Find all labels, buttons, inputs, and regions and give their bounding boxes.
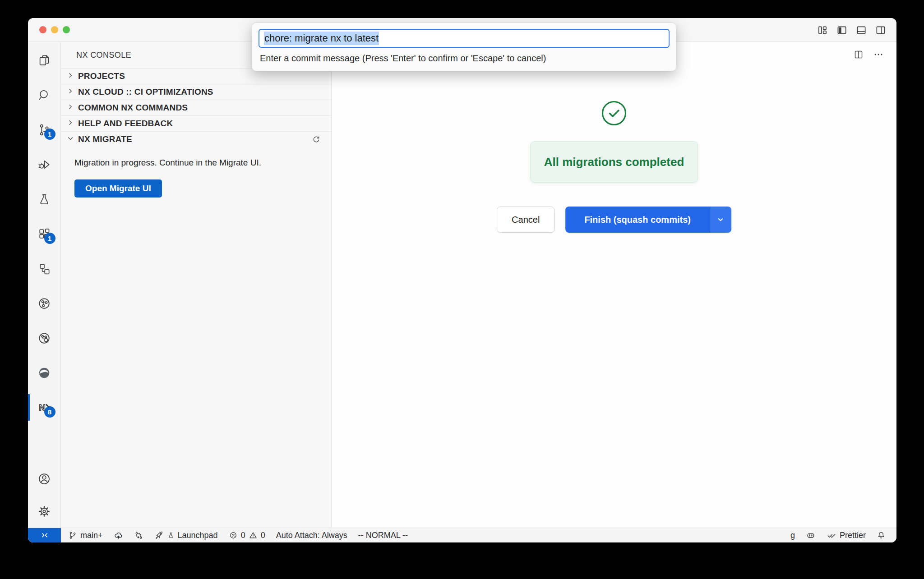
explorer-icon[interactable]: [28, 43, 61, 78]
status-bar-left: main+ Launchpad 0 0: [68, 531, 408, 540]
section-label: PROJECTS: [78, 71, 125, 81]
refresh-icon[interactable]: [312, 135, 320, 144]
search-icon[interactable]: [28, 78, 61, 112]
chevron-right-icon: [67, 87, 74, 97]
cancel-button[interactable]: Cancel: [497, 207, 554, 233]
double-check-icon: [827, 530, 836, 540]
vim-mode-label: -- NORMAL --: [358, 531, 408, 540]
launchpad-label: Launchpad: [178, 531, 218, 540]
notifications[interactable]: [877, 531, 886, 540]
remote-indicator[interactable]: [28, 528, 61, 542]
toggle-panel-icon[interactable]: [855, 24, 867, 36]
warning-icon: [249, 531, 258, 540]
section-label: NX MIGRATE: [78, 134, 132, 144]
migration-actions: Cancel Finish (squash commits): [497, 207, 731, 233]
beaker-small-icon: [167, 532, 175, 539]
sidebar-nx-console: NX CONSOLE PROJECTS NX CLOUD :: CI OPTIM…: [61, 42, 332, 528]
section-nx-migrate[interactable]: NX MIGRATE: [61, 131, 331, 147]
extensions-badge: 1: [44, 233, 55, 244]
chevron-right-icon: [67, 103, 74, 113]
commit-message-prompt: Enter a commit message (Press 'Enter' to…: [252, 48, 676, 71]
finish-squash-commits-button[interactable]: Finish (squash commits): [565, 207, 710, 233]
split-editor-icon[interactable]: [853, 49, 864, 62]
compare-changes[interactable]: [134, 531, 143, 540]
settings-gear-icon[interactable]: [28, 495, 61, 528]
commit-message-input[interactable]: chore: migrate nx to latest: [259, 29, 670, 48]
rocket-icon: [154, 531, 164, 540]
auto-attach-status[interactable]: Auto Attach: Always: [276, 531, 347, 540]
copilot-icon: [806, 530, 816, 540]
minimize-button[interactable]: [51, 26, 58, 33]
nx-migrate-content: Migration in progress. Continue in the M…: [61, 147, 331, 198]
chevron-right-icon: [67, 71, 74, 81]
customize-layout-icon[interactable]: [817, 24, 828, 36]
screen: 1 1: [0, 0, 924, 579]
section-label: HELP AND FEEDBACK: [78, 119, 173, 129]
editor-actions: [853, 49, 884, 62]
open-migrate-ui-button[interactable]: Open Migrate UI: [74, 179, 162, 198]
quick-input-panel: chore: migrate nx to latest Enter a comm…: [252, 23, 676, 71]
status-bar: main+ Launchpad 0 0: [28, 528, 896, 542]
editor-area: All migrations completed Cancel Finish (…: [332, 42, 896, 528]
git-branch-icon: [68, 531, 77, 540]
section-label: COMMON NX COMMANDS: [78, 103, 188, 113]
source-control-badge: 1: [44, 129, 55, 140]
nx-console-icon[interactable]: N 8: [28, 390, 61, 425]
problems-status[interactable]: 0 0: [229, 531, 265, 540]
commit-search-icon[interactable]: [28, 321, 61, 355]
bell-icon: [877, 531, 886, 540]
copilot-status[interactable]: [806, 530, 816, 540]
extensions-icon[interactable]: 1: [28, 216, 61, 251]
account-icon[interactable]: [28, 463, 61, 495]
activity-bar: 1 1: [28, 42, 61, 528]
close-button[interactable]: [39, 26, 46, 33]
toggle-primary-sidebar-icon[interactable]: [836, 24, 848, 36]
testing-icon[interactable]: [28, 182, 61, 216]
branch-status[interactable]: main+: [68, 531, 103, 540]
git-compare-icon: [134, 531, 143, 540]
hierarchy-view-icon[interactable]: [28, 251, 61, 286]
cloud-upload-icon: [114, 531, 123, 540]
success-message: All migrations completed: [544, 155, 684, 169]
source-control-icon[interactable]: 1: [28, 112, 61, 147]
formatter-status[interactable]: Prettier: [827, 530, 866, 540]
finish-options-dropdown[interactable]: [710, 207, 731, 233]
warning-count: 0: [261, 531, 265, 540]
finish-button-group: Finish (squash commits): [565, 207, 731, 233]
commit-message-value: chore: migrate nx to latest: [264, 32, 379, 45]
more-actions-icon[interactable]: [873, 49, 884, 62]
vim-mode-status[interactable]: -- NORMAL --: [358, 531, 408, 540]
git-graph-icon[interactable]: [28, 286, 61, 321]
toggle-secondary-sidebar-icon[interactable]: [875, 24, 887, 36]
branch-name: main+: [80, 531, 103, 540]
section-help-feedback[interactable]: HELP AND FEEDBACK: [61, 115, 331, 131]
section-label: NX CLOUD :: CI OPTIMIZATIONS: [78, 87, 213, 97]
language-label: g: [790, 531, 795, 540]
language-indicator[interactable]: g: [790, 531, 795, 540]
migration-status-text: Migration in progress. Continue in the M…: [74, 158, 318, 168]
zoom-button[interactable]: [63, 26, 70, 33]
window-body: 1 1: [28, 42, 896, 528]
migration-success-banner: All migrations completed: [530, 141, 698, 183]
chevron-right-icon: [67, 119, 74, 129]
vscode-window: 1 1: [28, 18, 896, 542]
edge-browser-icon[interactable]: [28, 355, 61, 390]
section-common-commands[interactable]: COMMON NX COMMANDS: [61, 100, 331, 115]
sync-changes[interactable]: [114, 531, 123, 540]
formatter-label: Prettier: [840, 531, 866, 540]
window-controls: [39, 26, 70, 33]
error-icon: [229, 531, 238, 540]
section-nx-cloud[interactable]: NX CLOUD :: CI OPTIMIZATIONS: [61, 84, 331, 100]
run-debug-icon[interactable]: [28, 147, 61, 182]
success-check-icon: [601, 100, 627, 126]
titlebar-layout-controls: [817, 18, 887, 42]
error-count: 0: [241, 531, 245, 540]
auto-attach-label: Auto Attach: Always: [276, 531, 347, 540]
status-bar-right: g Prettier: [790, 530, 896, 540]
launchpad-status[interactable]: Launchpad: [154, 531, 218, 540]
chevron-down-icon: [67, 134, 74, 144]
nx-badge: 8: [44, 406, 55, 418]
